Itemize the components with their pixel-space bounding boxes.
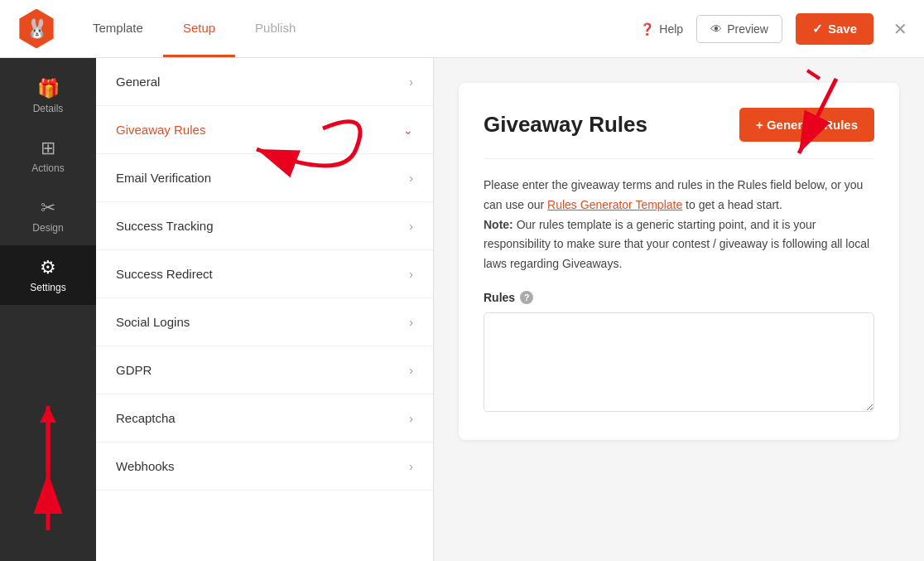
chevron-right-icon: › xyxy=(409,220,413,233)
tab-setup[interactable]: Setup xyxy=(163,0,235,57)
tab-template[interactable]: Template xyxy=(73,0,163,57)
tab-publish[interactable]: Publish xyxy=(235,0,315,57)
app-logo[interactable]: 🐰 xyxy=(17,9,56,49)
chevron-right-icon: › xyxy=(409,268,413,281)
top-navigation: 🐰 Template Setup Publish ❓ Help 👁 Previe… xyxy=(0,0,924,58)
menu-item-giveaway-rules[interactable]: Giveaway Rules ⌄ xyxy=(96,106,433,154)
menu-item-gdpr[interactable]: GDPR › xyxy=(96,346,433,394)
chevron-right-icon: › xyxy=(409,316,413,329)
rules-textarea[interactable] xyxy=(484,312,874,412)
menu-item-webhooks[interactable]: Webhooks › xyxy=(96,443,433,491)
menu-item-social-logins[interactable]: Social Logins › xyxy=(96,298,433,346)
chevron-right-icon: › xyxy=(409,172,413,185)
chevron-right-icon: › xyxy=(409,75,413,89)
left-panel: General › Giveaway Rules ⌄ Email Verific… xyxy=(96,58,434,561)
right-panel: Giveaway Rules + Generate Rules Please e… xyxy=(434,58,924,561)
chevron-down-icon: ⌄ xyxy=(403,123,413,137)
menu-item-recaptcha[interactable]: Recaptcha › xyxy=(96,394,433,443)
nav-tabs: Template Setup Publish xyxy=(73,0,640,57)
eye-icon: 👁 xyxy=(710,22,722,36)
rules-generator-link[interactable]: Rules Generator Template xyxy=(547,198,682,211)
card-description: Please enter the giveaway terms and rule… xyxy=(484,176,874,274)
card-header: Giveaway Rules + Generate Rules xyxy=(484,108,874,142)
logo-icon: 🐰 xyxy=(26,18,48,40)
sidebar-item-actions[interactable]: ⊞ Actions xyxy=(0,126,96,186)
menu-item-general[interactable]: General › xyxy=(96,58,433,106)
rules-help-icon[interactable]: ? xyxy=(520,291,533,304)
chevron-right-icon: › xyxy=(409,460,413,473)
divider xyxy=(484,158,874,159)
gift-icon: 🎁 xyxy=(37,78,60,99)
preview-button[interactable]: 👁 Preview xyxy=(696,15,782,43)
settings-icon: ⚙ xyxy=(40,257,56,278)
close-button[interactable]: ✕ xyxy=(893,19,907,39)
sidebar: 🎁 Details ⊞ Actions ✂ Design ⚙ Settings xyxy=(0,58,96,561)
main-content: 🎁 Details ⊞ Actions ✂ Design ⚙ Settings … xyxy=(0,58,924,561)
menu-item-success-tracking[interactable]: Success Tracking › xyxy=(96,202,433,250)
nav-actions: ❓ Help 👁 Preview ✓ Save ✕ xyxy=(640,13,907,45)
generate-rules-button[interactable]: + Generate Rules xyxy=(739,108,874,142)
chevron-right-icon: › xyxy=(409,364,413,377)
content-card: Giveaway Rules + Generate Rules Please e… xyxy=(459,83,899,440)
help-icon: ❓ xyxy=(640,22,654,36)
card-title: Giveaway Rules xyxy=(484,112,647,138)
rules-label: Rules ? xyxy=(484,291,874,304)
sidebar-item-settings[interactable]: ⚙ Settings xyxy=(0,245,96,305)
checkmark-icon: ✓ xyxy=(812,22,823,36)
chevron-right-icon: › xyxy=(409,412,413,425)
sidebar-item-details[interactable]: 🎁 Details xyxy=(0,66,96,126)
layers-icon: ⊞ xyxy=(41,138,55,159)
design-icon: ✂ xyxy=(41,197,55,219)
save-button[interactable]: ✓ Save xyxy=(796,13,873,45)
help-button[interactable]: ❓ Help xyxy=(640,22,683,36)
sidebar-item-design[interactable]: ✂ Design xyxy=(0,186,96,245)
menu-item-email-verification[interactable]: Email Verification › xyxy=(96,154,433,202)
menu-item-success-redirect[interactable]: Success Redirect › xyxy=(96,250,433,298)
